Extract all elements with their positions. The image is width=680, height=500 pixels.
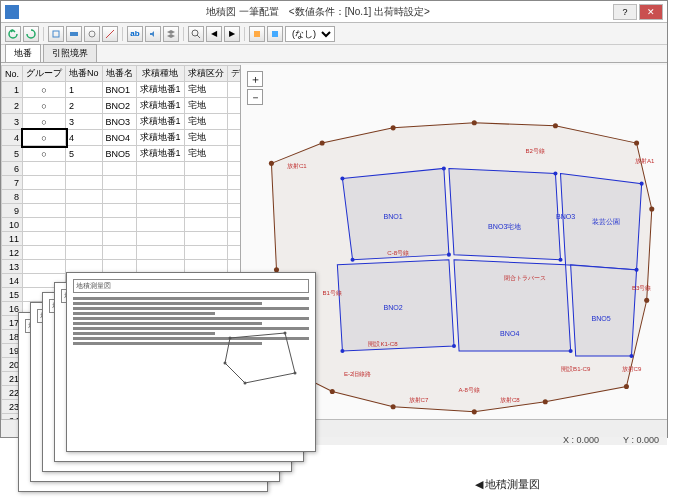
svg-point-17 xyxy=(472,120,477,125)
svg-point-40 xyxy=(629,354,633,358)
col-header[interactable]: 地番No xyxy=(66,66,103,82)
svg-point-20 xyxy=(649,206,654,211)
svg-point-2 xyxy=(89,31,95,37)
svg-point-26 xyxy=(330,389,335,394)
svg-point-24 xyxy=(472,409,477,414)
titlebar: 地積図 一筆配置 <数値条件：[No.1] 出荷時設定> ? ✕ xyxy=(1,1,667,23)
svg-text:BNO3: BNO3 xyxy=(556,213,575,221)
svg-marker-62 xyxy=(225,333,295,383)
tab-boundary[interactable]: 引照境界 xyxy=(43,44,97,62)
col-header[interactable]: 求積種地 xyxy=(136,66,184,82)
svg-point-67 xyxy=(224,362,227,365)
svg-rect-5 xyxy=(254,31,260,37)
svg-point-29 xyxy=(340,177,344,181)
svg-text:B2号線: B2号線 xyxy=(525,147,544,154)
svg-text:放射C1: 放射C1 xyxy=(287,162,307,169)
svg-text:放射C7: 放射C7 xyxy=(409,396,429,403)
map-zoom-out-button[interactable]: － xyxy=(247,89,263,105)
tab-parcel[interactable]: 地番 xyxy=(5,44,41,62)
document-stack: 地積測量図 地積測量図 地積測量図 地積測量図 地積測量図 xyxy=(18,272,328,492)
tool-1-button[interactable] xyxy=(48,26,64,42)
help-button[interactable]: ? xyxy=(613,4,637,20)
svg-point-33 xyxy=(351,258,355,262)
svg-point-31 xyxy=(553,171,557,175)
svg-point-63 xyxy=(229,337,232,340)
svg-point-39 xyxy=(569,349,573,353)
layer-button[interactable] xyxy=(163,26,179,42)
undo-button[interactable] xyxy=(5,26,21,42)
col-header[interactable]: 地番名 xyxy=(102,66,136,82)
svg-point-65 xyxy=(294,372,297,375)
svg-text:装芸公園: 装芸公園 xyxy=(592,218,620,226)
col-header[interactable]: 求積区分 xyxy=(184,66,227,82)
tool-3-button[interactable] xyxy=(84,26,100,42)
svg-rect-1 xyxy=(70,32,78,36)
svg-point-19 xyxy=(634,141,639,146)
col-header[interactable]: グループ xyxy=(23,66,66,82)
svg-point-32 xyxy=(640,182,644,186)
svg-text:A-8号線: A-8号線 xyxy=(458,386,479,393)
col-header[interactable]: No. xyxy=(2,66,23,82)
close-button[interactable]: ✕ xyxy=(639,4,663,20)
svg-marker-9 xyxy=(449,168,561,259)
map-zoom-in-button[interactable]: ＋ xyxy=(247,71,263,87)
svg-point-37 xyxy=(340,349,344,353)
figure-caption: 地積測量図 xyxy=(475,477,540,492)
table-row[interactable]: 5○5BNO5求積地番1宅地 xyxy=(2,146,241,162)
svg-line-4 xyxy=(197,35,200,38)
svg-point-16 xyxy=(391,125,396,130)
table-row[interactable]: 8 xyxy=(2,190,241,204)
svg-point-66 xyxy=(244,382,247,385)
svg-point-22 xyxy=(624,384,629,389)
svg-point-64 xyxy=(284,332,287,335)
tool-2-button[interactable] xyxy=(66,26,82,42)
svg-rect-6 xyxy=(272,31,278,37)
svg-point-18 xyxy=(553,123,558,128)
svg-text:閉合トラバース: 閉合トラバース xyxy=(504,274,546,281)
redo-button[interactable] xyxy=(23,26,39,42)
tool-4-button[interactable] xyxy=(102,26,118,42)
svg-point-35 xyxy=(558,258,562,262)
toolbar-dropdown[interactable]: (なし) xyxy=(285,26,335,42)
svg-point-25 xyxy=(391,404,396,409)
svg-text:C-8号線: C-8号線 xyxy=(387,249,409,256)
table-row[interactable]: 4○4BNO4求積地番1宅地 xyxy=(2,130,241,146)
svg-point-34 xyxy=(447,253,451,257)
table-row[interactable]: 3○3BNO3求積地番1宅地 xyxy=(2,114,241,130)
svg-text:開設B1-C9: 開設B1-C9 xyxy=(561,365,591,372)
svg-text:放射A1: 放射A1 xyxy=(635,157,655,164)
table-row[interactable]: 7 xyxy=(2,176,241,190)
tool-a-button[interactable] xyxy=(249,26,265,42)
svg-text:B3号線: B3号線 xyxy=(632,284,651,291)
nav-next-button[interactable]: ▶ xyxy=(224,26,240,42)
text-tool-button[interactable]: ab xyxy=(127,26,143,42)
svg-rect-0 xyxy=(53,31,59,37)
svg-text:BNO4: BNO4 xyxy=(500,330,519,338)
audio-icon[interactable] xyxy=(145,26,161,42)
zoom-in-button[interactable] xyxy=(188,26,204,42)
nav-prev-button[interactable]: ◀ xyxy=(206,26,222,42)
svg-text:放射C9: 放射C9 xyxy=(622,365,642,372)
document-preview-front[interactable]: 地積測量図 xyxy=(66,272,316,452)
toolbar: ab ◀ ▶ (なし) xyxy=(1,23,667,45)
svg-text:BNO5: BNO5 xyxy=(591,315,610,323)
tab-bar: 地番 引照境界 xyxy=(1,45,667,63)
table-row[interactable]: 9 xyxy=(2,204,241,218)
table-row[interactable]: 10 xyxy=(2,218,241,232)
svg-point-21 xyxy=(644,298,649,303)
svg-text:BNO2: BNO2 xyxy=(383,304,402,312)
table-row[interactable]: 12 xyxy=(2,246,241,260)
svg-point-15 xyxy=(320,141,325,146)
svg-marker-13 xyxy=(571,265,637,356)
svg-point-38 xyxy=(452,344,456,348)
table-row[interactable]: 1○1BNO1求積地番1宅地 xyxy=(2,82,241,98)
svg-text:E-2旧線路: E-2旧線路 xyxy=(344,370,371,377)
col-header[interactable]: データ符号 xyxy=(227,66,240,82)
svg-point-30 xyxy=(442,166,446,170)
table-row[interactable]: 11 xyxy=(2,232,241,246)
window-title: 地積図 一筆配置 <数値条件：[No.1] 出荷時設定> xyxy=(23,5,613,19)
tool-b-button[interactable] xyxy=(267,26,283,42)
svg-point-14 xyxy=(269,161,274,166)
table-row[interactable]: 6 xyxy=(2,162,241,176)
table-row[interactable]: 2○2BNO2求積地番1宅地 xyxy=(2,98,241,114)
